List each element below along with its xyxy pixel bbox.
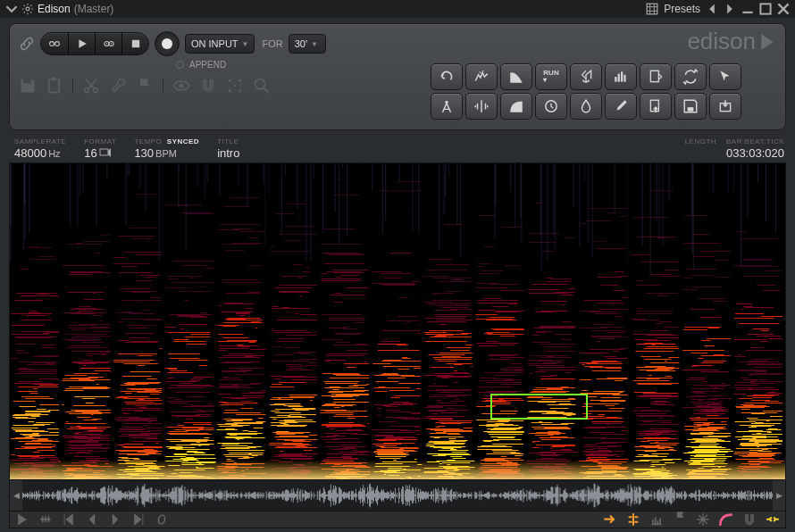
- record-dot-icon: [162, 38, 172, 49]
- window-context: (Master): [74, 3, 114, 15]
- svg-rect-19: [618, 74, 620, 82]
- close-icon[interactable]: [777, 3, 790, 15]
- title-field[interactable]: TITLE intro: [217, 137, 239, 160]
- svg-rect-12: [53, 78, 56, 81]
- preset-next-icon[interactable]: [724, 3, 736, 15]
- loop-button[interactable]: [41, 33, 68, 54]
- record-button[interactable]: [155, 31, 180, 56]
- cut-icon[interactable]: [82, 77, 100, 95]
- link-footer-icon[interactable]: [155, 512, 169, 527]
- freeze-icon[interactable]: [696, 512, 710, 527]
- magnet-icon[interactable]: [199, 77, 217, 95]
- plugin-menu-chevron-icon[interactable]: [5, 3, 18, 15]
- tune-button[interactable]: [570, 63, 602, 90]
- waveform-canvas[interactable]: [22, 480, 773, 511]
- play-cursor-icon[interactable]: [15, 512, 29, 527]
- reel-button[interactable]: [95, 33, 121, 54]
- chevron-down-icon: ▼: [311, 40, 318, 48]
- curve-icon[interactable]: [719, 512, 733, 527]
- prev-marker-icon[interactable]: [85, 512, 99, 527]
- record-mode-label: ON INPUT: [191, 38, 238, 49]
- reload-button[interactable]: [674, 63, 707, 90]
- marker-tool-icon[interactable]: [38, 512, 53, 527]
- paste-icon[interactable]: [46, 77, 63, 95]
- svg-point-4: [50, 42, 54, 46]
- spectrogram-view[interactable]: [9, 162, 786, 480]
- time-button[interactable]: [535, 93, 567, 120]
- record-mode-dropdown[interactable]: ON INPUT ▼: [185, 34, 255, 54]
- for-label: FOR: [262, 38, 282, 49]
- undo-button[interactable]: [431, 63, 463, 90]
- scroll-left-button[interactable]: ◀: [10, 480, 22, 511]
- svg-point-9: [110, 43, 111, 44]
- plugin-gear-icon[interactable]: [21, 3, 34, 15]
- svg-point-16: [234, 85, 237, 87]
- svg-rect-20: [621, 71, 623, 81]
- record-duration-value: 30': [295, 38, 307, 49]
- envelope-button[interactable]: [500, 63, 532, 90]
- svg-point-14: [94, 88, 98, 93]
- wrench-icon[interactable]: [109, 77, 127, 95]
- chevron-down-icon: ▼: [242, 40, 249, 48]
- transport-pill: [40, 32, 149, 55]
- presets-label[interactable]: Presets: [664, 3, 700, 15]
- divider: [72, 78, 73, 94]
- save-sample-button[interactable]: [674, 93, 707, 120]
- eye-icon[interactable]: [172, 77, 190, 95]
- save-icon[interactable]: [19, 77, 37, 95]
- skip-end-icon[interactable]: [131, 512, 146, 527]
- stretch-icon[interactable]: [766, 512, 780, 527]
- svg-rect-3: [760, 4, 770, 13]
- next-marker-icon[interactable]: [108, 512, 122, 527]
- grid-icon[interactable]: [646, 3, 658, 15]
- svg-rect-2: [742, 12, 752, 13]
- svg-point-30: [47, 519, 50, 521]
- maximize-icon[interactable]: [759, 3, 772, 15]
- svg-point-5: [55, 42, 60, 46]
- minimize-icon[interactable]: [741, 3, 754, 15]
- flag-icon[interactable]: [136, 77, 154, 95]
- zoom-icon[interactable]: [253, 77, 271, 95]
- action-grid: RUN▾: [431, 63, 776, 120]
- format-field[interactable]: FORMAT 16: [84, 137, 116, 160]
- skip-start-icon[interactable]: [62, 512, 76, 527]
- run-script-button[interactable]: RUN▾: [535, 63, 567, 90]
- trim-button[interactable]: [640, 63, 672, 90]
- record-duration-dropdown[interactable]: 30' ▼: [289, 34, 326, 54]
- brush-button[interactable]: [605, 93, 637, 120]
- export-button[interactable]: [709, 93, 741, 120]
- svg-rect-26: [688, 107, 694, 112]
- link-icon[interactable]: [19, 36, 35, 52]
- magnet-footer-icon[interactable]: [742, 512, 757, 527]
- scroll-right-button[interactable]: ▶: [773, 480, 785, 511]
- align-button[interactable]: [465, 93, 498, 120]
- samplerate-field[interactable]: SAMPLERATE 48000Hz: [14, 137, 66, 160]
- insert-button[interactable]: [640, 93, 672, 120]
- append-radio[interactable]: [176, 61, 184, 69]
- footer-toolbar: [9, 511, 786, 528]
- svg-rect-21: [623, 75, 625, 82]
- eq-button[interactable]: [605, 63, 637, 90]
- blur-button[interactable]: [570, 93, 602, 120]
- stop-button[interactable]: [121, 33, 148, 54]
- target-icon[interactable]: [226, 77, 244, 95]
- select-tool-button[interactable]: [709, 63, 741, 90]
- svg-point-8: [105, 43, 106, 44]
- svg-point-17: [255, 79, 265, 89]
- play-button[interactable]: [68, 33, 95, 54]
- arrow-right-icon[interactable]: [603, 512, 617, 527]
- svg-point-0: [26, 7, 29, 11]
- center-icon[interactable]: [626, 512, 640, 527]
- denoise-button[interactable]: [465, 63, 498, 90]
- preset-prev-icon[interactable]: [706, 3, 718, 15]
- tempo-field[interactable]: TEMPO SYNCED 130BPM: [134, 137, 199, 160]
- fade-button[interactable]: [500, 93, 532, 120]
- svg-rect-28: [100, 149, 108, 155]
- compass-button[interactable]: [431, 93, 463, 120]
- flag-footer-icon[interactable]: [673, 512, 687, 527]
- svg-point-15: [180, 84, 184, 88]
- spectrum-mode-icon[interactable]: [649, 512, 664, 527]
- svg-point-13: [85, 88, 89, 93]
- length-field: LENGTH BAR:BEAT:TICK 033:03:020: [685, 137, 784, 160]
- svg-rect-10: [131, 40, 138, 47]
